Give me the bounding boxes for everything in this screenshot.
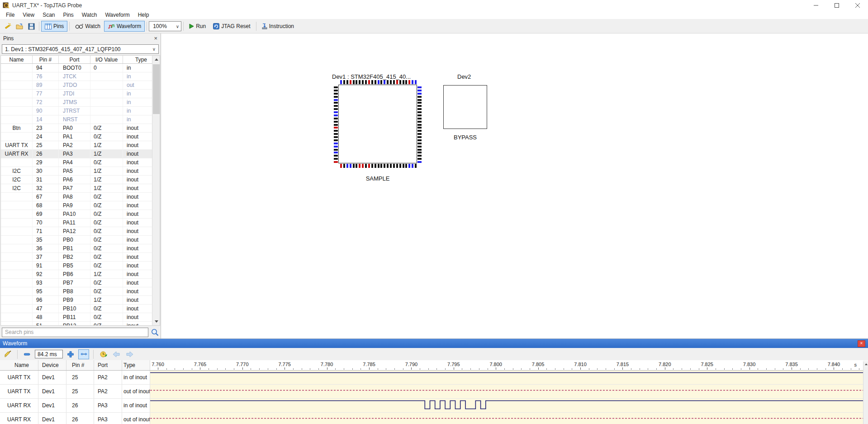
dev1-pin-top-9[interactable] [365,80,367,84]
dev1-pin-right-13[interactable] [417,124,422,126]
dev1-pin-bottom-8[interactable] [362,164,364,168]
zoom-in-button[interactable] [65,349,76,359]
dev1-pin-top-5[interactable] [353,80,355,84]
dev1-pin-top-25[interactable] [415,80,417,84]
menu-item-pins[interactable]: Pins [59,11,78,19]
dev1-pin-bottom-3[interactable] [346,164,348,168]
dev1-pin-left-24[interactable] [334,158,338,160]
dev1-pin-bottom-19[interactable] [396,164,398,168]
dev1-pin-bottom-13[interactable] [378,164,379,168]
dev1-pin-bottom-6[interactable] [356,164,357,168]
dev1-pin-right-24[interactable] [417,158,422,160]
dev1-pin-right-20[interactable] [417,146,422,148]
dev1-pin-top-19[interactable] [396,80,398,84]
jtag-reset-button[interactable]: JTAG Reset [209,21,254,32]
dev1-pin-left-25[interactable] [334,161,338,163]
dev1-pin-bottom-10[interactable] [368,164,370,168]
dev1-pin-right-7[interactable] [417,105,422,107]
dev1-pin-bottom-16[interactable] [387,164,389,168]
pin-row-pa9[interactable]: 68PA90/Zinout [1,201,160,210]
pin-row-pb5[interactable]: 91PB50/Zinout [1,262,160,270]
dev1-pin-left-22[interactable] [334,152,338,153]
dev1-pin-left-4[interactable] [334,96,338,98]
menu-item-file[interactable]: File [2,11,19,19]
dev1-pin-top-6[interactable] [356,80,357,84]
pins-col-header[interactable]: Name [1,56,33,63]
dev1-pin-left-17[interactable] [334,136,338,138]
dev1-pin-bottom-11[interactable] [371,164,373,168]
dev1-pin-top-18[interactable] [393,80,395,84]
dev1-pin-top-7[interactable] [359,80,360,84]
dev1-pin-top-22[interactable] [405,80,407,84]
dev1-pin-right-1[interactable] [417,86,422,88]
dev1-pin-bottom-4[interactable] [350,164,351,168]
pins-col-header[interactable]: Pin # [33,56,59,63]
wave-trace-area[interactable] [150,399,863,412]
pin-row-pa11[interactable]: 70PA110/Zinout [1,219,160,227]
close-button[interactable] [847,0,868,10]
dev1-pin-right-25[interactable] [417,161,422,163]
pin-row-pa12[interactable]: 71PA120/Zinout [1,227,160,236]
scrollbar-thumb[interactable] [153,64,160,114]
dev1-pin-right-3[interactable] [417,93,422,95]
pin-row-pa3[interactable]: UART RX26PA31/Zinout [1,150,160,158]
pin-row-pb2[interactable]: 37PB20/Zinout [1,253,160,262]
dev1-pin-left-16[interactable] [334,133,338,135]
dev1-pin-bottom-9[interactable] [365,164,367,168]
pin-row-nrst[interactable]: 14NRSTin [1,115,160,124]
dev1-pin-bottom-21[interactable] [403,164,404,168]
wand-icon[interactable] [2,21,14,32]
dev1-pin-top-4[interactable] [350,80,351,84]
dev1-pin-right-9[interactable] [417,111,422,113]
dev1-pin-right-2[interactable] [417,90,422,91]
dev1-pin-left-7[interactable] [334,105,338,107]
dev1-pin-right-23[interactable] [417,155,422,157]
dev1-pin-bottom-14[interactable] [380,164,382,168]
dev1-pin-left-13[interactable] [334,124,338,126]
zoom-out-button[interactable] [22,349,33,359]
dev1-pin-top-14[interactable] [380,80,382,84]
pin-row-pb0[interactable]: 35PB00/Zinout [1,236,160,244]
dev1-pin-left-10[interactable] [334,114,338,116]
dev1-pin-right-16[interactable] [417,133,422,135]
scroll-down-arrow[interactable] [152,318,160,325]
pin-row-pa6[interactable]: I2C31PA61/Zinout [1,176,160,184]
search-icon[interactable] [151,328,159,336]
dev1-pin-left-14[interactable] [334,127,338,129]
pin-row-pa8[interactable]: 67PA80/Zinout [1,193,160,201]
dev1-pin-bottom-25[interactable] [415,164,417,168]
pin-row-pb11[interactable]: 48PB110/Zinout [1,313,160,322]
dev1-pin-left-5[interactable] [334,99,338,101]
open-file-icon[interactable] [14,21,25,32]
dev1-pin-right-19[interactable] [417,143,422,144]
instruction-button[interactable]: Instruction [258,21,298,32]
wave-trace-area[interactable] [150,413,863,424]
dev1-pin-top-1[interactable] [340,80,342,84]
dev1-pin-top-21[interactable] [403,80,404,84]
pins-col-header[interactable]: Port [59,56,90,63]
pin-row-pa5[interactable]: I2C30PA51/Zinout [1,167,160,176]
dev1-pin-left-20[interactable] [334,146,338,148]
dev1-pin-bottom-23[interactable] [408,164,410,168]
dev1-pin-left-2[interactable] [334,90,338,91]
dev1-pin-left-12[interactable] [334,121,338,123]
dev1-pin-top-2[interactable] [343,80,345,84]
dev1-pin-left-21[interactable] [334,149,338,151]
dev1-pin-right-17[interactable] [417,136,422,138]
dev1-pin-left-19[interactable] [334,143,338,144]
dev1-pin-right-6[interactable] [417,102,422,104]
waveform-row-1[interactable]: UART TXDev125PA2in of inout [0,371,868,385]
pin-row-pa7[interactable]: I2C32PA71/Zinout [1,184,160,193]
dev1-pin-left-1[interactable] [334,86,338,88]
dev1-pin-right-18[interactable] [417,139,422,141]
dev1-pin-left-6[interactable] [334,102,338,104]
pin-row-pb8[interactable]: 95PB80/Zinout [1,287,160,296]
dev1-pin-left-3[interactable] [334,93,338,95]
dev1-pin-right-4[interactable] [417,96,422,98]
scroll-up-arrow[interactable] [152,56,160,63]
search-pins-input[interactable] [2,328,148,337]
dev1-pin-top-17[interactable] [390,80,392,84]
dev1-pin-top-13[interactable] [378,80,379,84]
dev1-pin-top-23[interactable] [408,80,410,84]
dev1-pin-bottom-2[interactable] [343,164,345,168]
